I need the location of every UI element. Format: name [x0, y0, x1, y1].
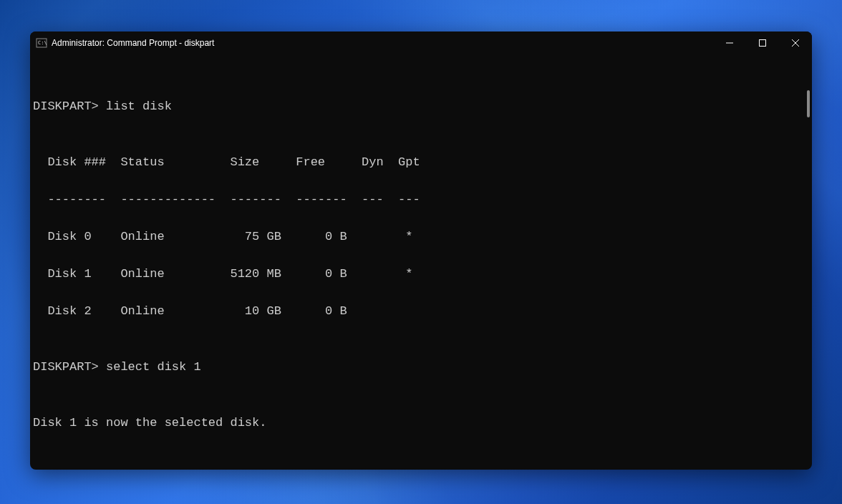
scrollbar-thumb[interactable] [807, 90, 810, 117]
terminal-line: -------- ------------- ------- ------- -… [33, 190, 803, 209]
svg-rect-3 [760, 40, 766, 47]
terminal-line: Disk 0 Online 75 GB 0 B * [33, 228, 803, 246]
terminal-output[interactable]: DISKPART> list disk Disk ### Status Size… [30, 54, 812, 470]
maximize-button[interactable] [746, 32, 779, 54]
terminal-line: Disk 1 is now the selected disk. [33, 414, 803, 432]
window-titlebar[interactable]: C:\ Administrator: Command Prompt - disk… [30, 32, 812, 54]
terminal-line: Disk 2 Online 10 GB 0 B [33, 302, 803, 321]
command-prompt-window: C:\ Administrator: Command Prompt - disk… [30, 32, 812, 470]
svg-text:C:\: C:\ [38, 40, 47, 46]
terminal-line: Disk 1 Online 5120 MB 0 B * [33, 265, 803, 284]
minimize-button[interactable] [713, 32, 746, 54]
close-button[interactable] [779, 32, 812, 54]
cmd-icon: C:\ [36, 37, 47, 49]
terminal-line: Disk ### Status Size Free Dyn Gpt [33, 153, 803, 172]
window-controls [713, 32, 812, 54]
terminal-line: DISKPART> list disk [33, 97, 803, 116]
terminal-line: DISKPART> select disk 1 [33, 358, 803, 377]
window-title: Administrator: Command Prompt - diskpart [52, 38, 713, 48]
